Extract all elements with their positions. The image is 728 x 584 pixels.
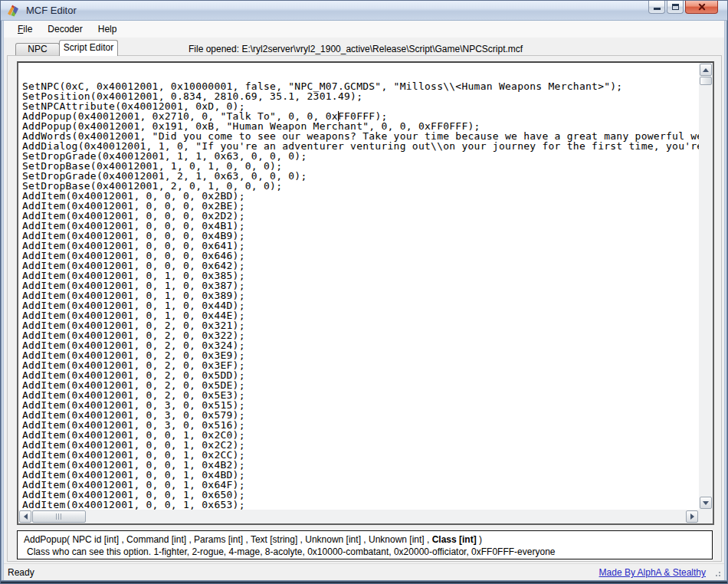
- file-opened-label: File opened: E:\ryl2server\vryl2_1900_ac…: [189, 44, 523, 54]
- script-text-area[interactable]: SetNPC(0xC, 0x40012001, 0x10000001, fals…: [18, 63, 699, 510]
- resize-grip-icon[interactable]: [713, 569, 721, 577]
- mcf-editor-window: MCF Editor File Decoder Help NPC Editor …: [0, 0, 728, 584]
- vertical-scrollbar[interactable]: [699, 63, 713, 510]
- triangle-up-icon: [703, 68, 709, 72]
- scroll-up-button[interactable]: [700, 64, 712, 76]
- maximize-icon: [672, 4, 679, 10]
- minimize-button[interactable]: [648, 1, 665, 14]
- signature-class-param: Class [int]: [432, 534, 477, 545]
- menu-bar: File Decoder Help: [4, 21, 724, 38]
- menu-help[interactable]: Help: [90, 21, 125, 37]
- scroll-down-button[interactable]: [700, 497, 712, 509]
- tab-npc-editor[interactable]: NPC Editor: [15, 43, 60, 55]
- app-icon: [6, 4, 20, 18]
- code-line: AddItem(0x40012001, 0, 0, 1, 0x653);: [22, 500, 699, 510]
- script-editor: SetNPC(0xC, 0x40012001, 0x10000001, fals…: [17, 61, 714, 525]
- window-body: NPC Editor Script Editor File opened: E:…: [4, 38, 724, 563]
- horizontal-scrollbar[interactable]: [18, 510, 699, 523]
- menu-file[interactable]: File: [10, 21, 40, 37]
- window-controls: [648, 1, 718, 14]
- window-title: MCF Editor: [26, 5, 77, 16]
- menu-file-rest: ile: [23, 24, 32, 34]
- vertical-scroll-thumb[interactable]: [700, 77, 712, 85]
- close-button[interactable]: [685, 1, 718, 14]
- window-frame-bottom: [1, 580, 727, 583]
- maximize-button[interactable]: [667, 1, 684, 14]
- script-editor-page: SetNPC(0xC, 0x40012001, 0x10000001, fals…: [7, 55, 722, 562]
- command-description: Class who can see this option. 1-fighter…: [24, 546, 706, 558]
- triangle-right-icon: [690, 513, 694, 520]
- credit-link[interactable]: Made By AlphA & Stealthy: [599, 567, 706, 578]
- scroll-right-button[interactable]: [686, 510, 698, 523]
- editor-lines: SetNPC(0xC, 0x40012001, 0x10000001, fals…: [22, 81, 699, 510]
- triangle-down-icon: [703, 501, 709, 505]
- title-bar[interactable]: MCF Editor: [1, 1, 727, 21]
- window-frame-left: [1, 21, 4, 583]
- tab-script-editor[interactable]: Script Editor: [59, 40, 118, 56]
- signature-prefix: AddPopup( NPC id [int] , Command [int] ,…: [24, 534, 432, 545]
- scroll-left-button[interactable]: [19, 510, 31, 523]
- menu-decoder[interactable]: Decoder: [40, 21, 90, 37]
- triangle-left-icon: [24, 513, 28, 520]
- status-bar: Ready Made By AlphA & Stealthy: [4, 563, 724, 580]
- command-signature: AddPopup( NPC id [int] , Command [int] ,…: [24, 533, 706, 546]
- status-text: Ready: [8, 567, 34, 578]
- signature-suffix: ): [477, 534, 482, 545]
- horizontal-scroll-thumb[interactable]: [32, 510, 86, 523]
- minimize-icon: [654, 8, 661, 10]
- command-help-panel: AddPopup( NPC id [int] , Command [int] ,…: [17, 530, 713, 559]
- scrollbar-corner: [699, 510, 713, 523]
- window-frame-right: [724, 21, 727, 583]
